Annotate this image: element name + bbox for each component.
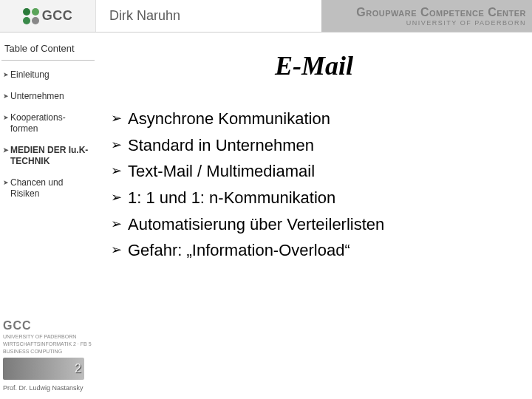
bullet-arrow-icon: ➢ [111, 214, 122, 234]
bullet-text: Asynchrone Kommunikation [128, 108, 330, 130]
bullet-item: ➢Text-Mail / Multimediamail [111, 160, 525, 183]
bullet-arrow-icon: ➢ [111, 108, 122, 129]
bullet-text: Automatisierung über Verteilerlisten [128, 214, 384, 236]
header-logo-area: GCC [0, 0, 96, 32]
bullet-text: Text-Mail / Multimediamail [128, 160, 315, 183]
toc-item-label: Einleitung [10, 69, 50, 81]
bullet-item: ➢Asynchrone Kommunikation [111, 108, 525, 130]
bullet-arrow-icon: ➢ [111, 134, 122, 155]
toc-item-medien[interactable]: ➤ MEDIEN DER Iu.K-TECHNIK [0, 142, 96, 174]
toc-item-label: Chancen und Risiken [10, 177, 93, 200]
org-banner: Groupware Competence Center UNIVERSITY O… [321, 0, 532, 32]
bullet-item: ➢1: 1 und 1: n-Kommunikation [111, 187, 525, 209]
chevron-right-icon: ➤ [3, 91, 9, 102]
sidebar: Table of Content ➤ Einleitung ➤ Unterneh… [0, 33, 96, 399]
gcc-logo-icon [23, 8, 39, 24]
business-computing-badge: 2 [3, 358, 84, 380]
org-sub: UNIVERSITY OF PADERBORN [406, 19, 526, 27]
bullet-text: Gefahr: „Information-Overload“ [128, 239, 350, 262]
gcc-logo: GCC [23, 8, 73, 24]
bullet-text: 1: 1 und 1: n-Kommunikation [128, 187, 335, 209]
chevron-right-icon: ➤ [3, 112, 9, 123]
bullet-list: ➢Asynchrone Kommunikation ➢Standard in U… [103, 108, 525, 262]
toc-item-label: MEDIEN DER Iu.K-TECHNIK [10, 145, 93, 167]
footer-uni-line2: WIRTSCHAFTSINFORMATIK 2 · FB 5 [3, 341, 92, 347]
presenter-name: Dirk Naruhn [96, 0, 321, 32]
chevron-right-icon: ➤ [3, 69, 9, 81]
bullet-text: Standard in Unternehmen [128, 134, 314, 157]
toc-item-label: Unternehmen [10, 91, 64, 102]
bullet-arrow-icon: ➢ [111, 187, 122, 208]
bullet-item: ➢Standard in Unternehmen [111, 134, 525, 157]
bullet-item: ➢Automatisierung über Verteilerlisten [111, 214, 525, 236]
footer-gcc-text: GCC [3, 319, 32, 332]
bullet-item: ➢Gefahr: „Information-Overload“ [111, 239, 525, 262]
toc-title: Table of Content [1, 40, 95, 61]
footer-uni-line1: UNIVERSITY OF PADERBORN [3, 334, 76, 340]
toc-item-einleitung[interactable]: ➤ Einleitung [0, 66, 96, 88]
toc-item-chancen[interactable]: ➤ Chancen und Risiken [0, 174, 96, 207]
bullet-arrow-icon: ➢ [111, 160, 122, 181]
chevron-right-icon: ➤ [3, 145, 9, 156]
sidebar-footer: GCC UNIVERSITY OF PADERBORN WIRTSCHAFTSI… [3, 319, 93, 392]
org-main: Groupware Competence Center [356, 6, 526, 19]
gcc-logo-text: GCC [42, 8, 73, 24]
bullet-arrow-icon: ➢ [111, 239, 122, 260]
main-content: E-Mail ➢Asynchrone Kommunikation ➢Standa… [96, 33, 532, 399]
toc-item-unternehmen[interactable]: ➤ Unternehmen [0, 88, 96, 109]
footer-bc-label: BUSINESS COMPUTING [3, 349, 62, 355]
header: GCC Dirk Naruhn Groupware Competence Cen… [0, 0, 532, 33]
slide-title: E-Mail [103, 50, 525, 81]
bc-number: 2 [75, 362, 81, 375]
toc-item-label: Kooperations-formen [10, 112, 93, 134]
chevron-right-icon: ➤ [3, 177, 9, 188]
toc-item-kooperationsformen[interactable]: ➤ Kooperations-formen [0, 109, 96, 142]
professor-name: Prof. Dr. Ludwig Nastansky [3, 384, 93, 392]
